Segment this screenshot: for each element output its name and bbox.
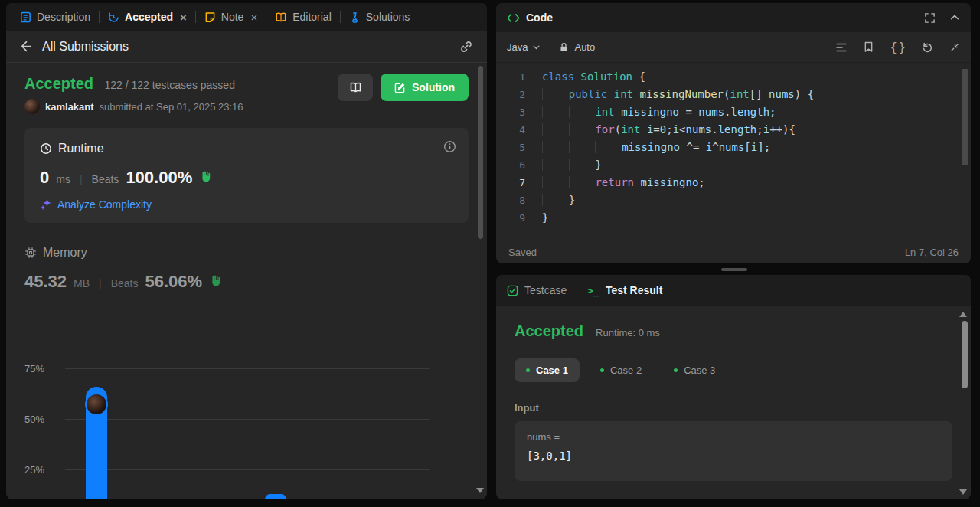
author-name: kamlakant [45,101,94,113]
history-icon [108,11,119,23]
case-label: Case 3 [684,365,715,376]
case-label: Case 1 [536,365,568,376]
user-avatar-marker[interactable] [85,393,108,416]
chart-plot-area [65,337,430,499]
info-icon[interactable] [443,140,456,156]
case-tabs: Case 1Case 2Case 3 [514,358,952,382]
clap-icon [209,274,222,287]
scroll-down-arrow-icon[interactable] [476,488,484,493]
autocomplete-toggle[interactable]: Auto [559,41,595,53]
terminal-icon: >_ [587,285,599,296]
submission-status: Accepted 122 / 122 testcases passed kaml… [6,63,487,114]
tab-label: Description [37,11,90,23]
runtime-unit: ms [56,173,70,185]
chevron-down-icon [532,43,541,51]
case-tab[interactable]: Case 1 [514,358,580,382]
chip-icon [24,247,37,259]
close-icon[interactable]: × [180,11,187,24]
editorial-book-button[interactable] [338,74,373,101]
panel-tab-bar: Description Accepted × Note × Editorial … [6,3,487,31]
result-status: Accepted [514,322,583,340]
input-param-name: nums = [527,431,940,443]
testcase-scrollbar-thumb[interactable] [962,321,968,388]
memory-beats: 56.06% [145,272,203,292]
scroll-up-arrow-icon[interactable] [959,312,967,317]
analyze-complexity-link[interactable]: Analyze Complexity [40,198,453,211]
format-code-icon[interactable] [835,42,848,53]
tab-note[interactable]: Note × [198,11,263,24]
result-runtime: Runtime: 0 ms [596,327,660,339]
memory-section[interactable]: Memory 45.32 MB | Beats 56.06% [24,246,469,292]
code-line[interactable]: 3 int missingno = nums.length; [496,103,971,121]
code-line[interactable]: 6 } [496,156,971,174]
code-line[interactable]: 7 return missingno; [496,174,971,191]
braces-icon[interactable]: { } [890,41,906,54]
case-tab[interactable]: Case 3 [662,358,727,382]
testcase-panel-header: Testcase >_ Test Result [496,275,971,306]
memory-value: 45.32 [24,272,67,292]
runtime-card[interactable]: Runtime 0 ms | Beats 100.00% Analyze Com… [24,128,469,223]
tab-solutions[interactable]: Solutions [343,11,416,23]
case-dot-icon [600,368,604,372]
tab-test-result[interactable]: >_ Test Result [587,284,662,296]
left-scrollbar-thumb[interactable] [478,66,483,239]
runtime-beats: 100.00% [126,168,192,188]
tab-label: Editorial [292,11,332,23]
line-number: 3 [496,103,525,121]
note-icon [204,11,216,23]
code-panel: Code Java Auto { } [496,3,971,263]
solution-button-label: Solution [412,81,455,93]
tab-description[interactable]: Description [14,11,96,23]
submitted-at: submitted at Sep 01, 2025 23:16 [100,101,243,113]
bookmark-icon[interactable] [864,41,874,53]
expand-icon[interactable] [924,12,936,24]
language-label: Java [507,41,528,53]
line-number: 1 [496,68,525,86]
description-icon [20,11,31,23]
back-arrow-icon[interactable] [20,40,33,53]
code-line[interactable]: 5 missingno ^= i^nums[i]; [496,139,971,156]
case-tab[interactable]: Case 2 [589,358,653,382]
solution-button[interactable]: Solution [381,74,469,101]
line-number: 2 [496,86,525,103]
runtime-value: 0 [40,168,49,188]
input-label: Input [514,402,952,414]
case-dot-icon [674,368,678,372]
line-number: 5 [496,139,525,156]
tab-testcase[interactable]: Testcase [507,284,567,296]
code-line[interactable]: 1class Solution { [496,68,971,86]
collapse-icon[interactable] [949,42,960,53]
case-dot-icon [526,368,530,372]
code-panel-title: Code [526,11,553,24]
scroll-down-arrow-icon[interactable] [959,489,967,495]
chart-bar[interactable] [265,494,286,499]
book-icon [349,81,362,93]
link-icon[interactable] [459,40,473,54]
tab-accepted[interactable]: Accepted × [102,11,193,24]
undo-icon[interactable] [922,41,933,53]
code-editor[interactable]: 1class Solution {2 public int missingNum… [496,63,971,227]
tab-editorial[interactable]: Editorial [269,11,338,23]
code-line[interactable]: 8 } [496,191,971,209]
editorial-icon [275,11,287,23]
lock-icon [559,42,569,52]
editor-scrollbar-thumb[interactable] [962,69,968,165]
code-line[interactable]: 4 for(int i=0;i<nums.length;i++){ [496,121,971,139]
chevron-up-icon[interactable] [949,12,960,23]
tab-divider [99,11,100,23]
edit-icon [394,82,406,93]
beats-label: Beats [111,277,139,289]
code-line[interactable]: 9} [496,209,971,227]
save-status: Saved [508,247,537,258]
avatar [24,99,40,114]
close-icon[interactable]: × [250,11,257,24]
input-box[interactable]: nums = [3,0,1] [514,421,952,481]
chart-ytick-label: 25% [24,464,58,476]
panel-resize-handle[interactable] [721,268,747,271]
language-selector[interactable]: Java [507,41,541,53]
code-line[interactable]: 2 public int missingNumber(int[] nums) { [496,86,971,103]
tab-divider [195,11,196,23]
input-param-value: [3,0,1] [527,450,940,462]
analyze-complexity-label: Analyze Complexity [57,198,152,211]
chart-bar[interactable] [86,387,107,499]
